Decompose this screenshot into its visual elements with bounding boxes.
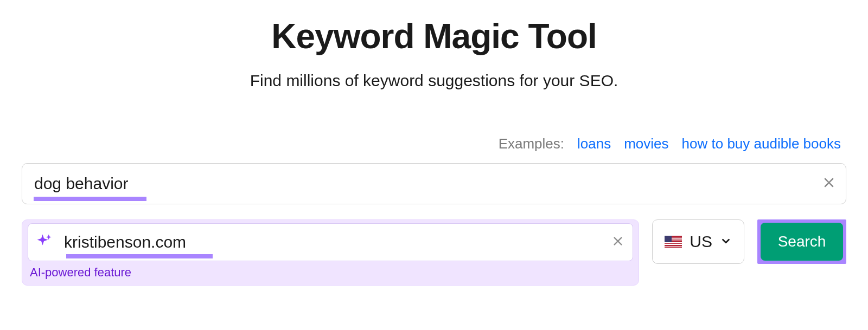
us-flag-icon [665, 236, 682, 248]
country-code-label: US [690, 232, 712, 251]
examples-row: Examples: loans movies how to buy audibl… [22, 135, 846, 152]
example-link-audible[interactable]: how to buy audible books [682, 135, 841, 152]
sparkle-icon [36, 233, 52, 251]
example-link-loans[interactable]: loans [577, 135, 611, 152]
domain-input[interactable] [64, 233, 604, 251]
search-button-highlight: Search [757, 219, 846, 264]
ai-domain-block: AI-powered feature [22, 219, 639, 286]
clear-keyword-icon[interactable] [822, 176, 835, 191]
page-title: Keyword Magic Tool [22, 16, 846, 56]
highlight-underline [34, 197, 146, 201]
clear-domain-icon[interactable] [612, 235, 624, 249]
country-select[interactable]: US [652, 219, 744, 264]
highlight-underline [66, 254, 213, 258]
keyword-input-container [22, 163, 846, 204]
domain-input-container [28, 223, 633, 261]
examples-label: Examples: [499, 135, 564, 152]
search-button[interactable]: Search [761, 223, 843, 261]
page-subtitle: Find millions of keyword suggestions for… [22, 72, 846, 90]
ai-feature-label: AI-powered feature [28, 266, 633, 280]
chevron-down-icon [720, 232, 732, 251]
example-link-movies[interactable]: movies [624, 135, 668, 152]
